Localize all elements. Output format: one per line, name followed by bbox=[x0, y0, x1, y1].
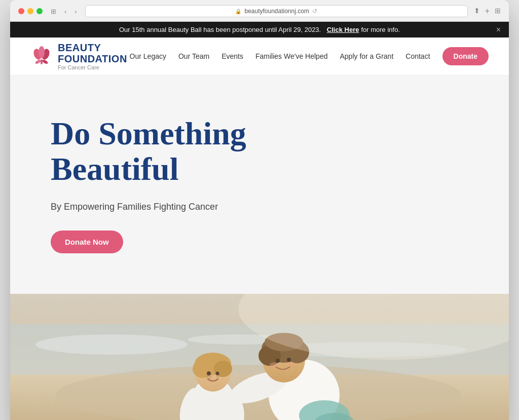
nav-link-families[interactable]: Families We've Helped bbox=[255, 52, 327, 60]
forward-button[interactable]: › bbox=[72, 7, 79, 16]
lock-icon: 🔒 bbox=[235, 9, 241, 14]
nav-link-contact[interactable]: Contact bbox=[405, 52, 430, 60]
announcement-suffix: for more info. bbox=[361, 26, 400, 33]
nav-item-families[interactable]: Families We've Helped bbox=[255, 52, 327, 61]
nav-links: Our Legacy Our Team Events Families We'v… bbox=[130, 52, 489, 61]
logo-text: BEAUTY FOUNDATION For Cancer Care bbox=[58, 42, 127, 70]
nav-link-legacy[interactable]: Our Legacy bbox=[130, 52, 166, 60]
nav-item-events[interactable]: Events bbox=[221, 52, 243, 61]
nav-link-grant[interactable]: Apply for a Grant bbox=[340, 52, 393, 60]
address-bar[interactable]: 🔒 beautyfoundationnj.com ↺ bbox=[85, 5, 468, 17]
logo-icon bbox=[30, 45, 53, 67]
nav-item-legacy[interactable]: Our Legacy bbox=[130, 52, 166, 61]
close-announcement-button[interactable]: × bbox=[496, 25, 501, 34]
url-text: beautyfoundationnj.com bbox=[244, 8, 309, 15]
navigation: BEAUTY FOUNDATION For Cancer Care Our Le… bbox=[10, 37, 509, 75]
fullscreen-button[interactable] bbox=[36, 8, 43, 14]
reload-icon[interactable]: ↺ bbox=[312, 8, 317, 15]
announcement-link[interactable]: Click Here bbox=[327, 26, 359, 33]
nav-donate-button[interactable]: Donate bbox=[442, 47, 489, 65]
sidebar-toggle-icon[interactable]: ⊞ bbox=[49, 7, 58, 16]
browser-window: ⊞ ‹ › 🔒 beautyfoundationnj.com ↺ ⬆ + ⊞ O… bbox=[10, 0, 509, 420]
share-icon[interactable]: ⬆ bbox=[474, 7, 480, 16]
hero-subtitle: By Empowering Families Fighting Cancer bbox=[51, 202, 468, 212]
back-button[interactable]: ‹ bbox=[62, 7, 68, 16]
nav-item-contact[interactable]: Contact bbox=[405, 52, 430, 61]
new-tab-icon[interactable]: + bbox=[485, 7, 490, 16]
hero-photo bbox=[10, 294, 509, 420]
browser-actions: ⬆ + ⊞ bbox=[474, 7, 501, 16]
nav-item-donate[interactable]: Donate bbox=[442, 52, 489, 61]
tabs-icon[interactable]: ⊞ bbox=[495, 7, 501, 16]
logo-link[interactable]: BEAUTY FOUNDATION For Cancer Care bbox=[30, 42, 127, 70]
svg-rect-3 bbox=[41, 59, 43, 64]
logo-name: BEAUTY FOUNDATION bbox=[58, 42, 127, 64]
nav-item-team[interactable]: Our Team bbox=[178, 52, 209, 61]
svg-point-2 bbox=[39, 46, 45, 58]
announcement-bar: Our 15th annual Beauty Ball has been pos… bbox=[10, 22, 509, 37]
logo-tagline: For Cancer Care bbox=[58, 64, 127, 70]
nav-item-grant[interactable]: Apply for a Grant bbox=[340, 52, 393, 61]
svg-point-5 bbox=[42, 59, 48, 64]
browser-controls: ⊞ ‹ › bbox=[49, 7, 79, 16]
nav-link-team[interactable]: Our Team bbox=[178, 52, 209, 60]
donate-now-button[interactable]: Donate Now bbox=[51, 231, 123, 253]
announcement-text: Our 15th annual Beauty Ball has been pos… bbox=[119, 26, 321, 33]
minimize-button[interactable] bbox=[27, 8, 33, 14]
hero-section: Do Something Beautiful By Empowering Fam… bbox=[10, 75, 509, 294]
browser-chrome: ⊞ ‹ › 🔒 beautyfoundationnj.com ↺ ⬆ + ⊞ bbox=[10, 0, 509, 22]
traffic-lights bbox=[18, 8, 43, 14]
nav-link-events[interactable]: Events bbox=[221, 52, 243, 60]
hero-title: Do Something Beautiful bbox=[51, 116, 314, 187]
hero-image bbox=[10, 294, 509, 420]
svg-point-4 bbox=[34, 59, 41, 64]
website-content: Our 15th annual Beauty Ball has been pos… bbox=[10, 22, 509, 420]
close-button[interactable] bbox=[18, 8, 24, 14]
